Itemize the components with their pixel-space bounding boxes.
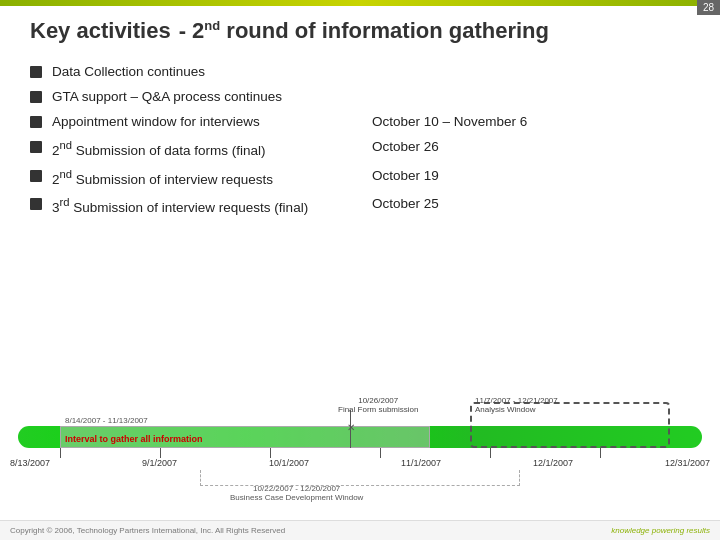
form-marker-x: ✕: [347, 422, 355, 433]
title-sub: - 2nd round of information gathering: [179, 18, 549, 44]
date-label: 12/1/2007: [533, 458, 573, 468]
bullet-icon: [30, 91, 42, 103]
activity-date: October 25: [372, 196, 439, 211]
list-item: Data Collection continues: [30, 64, 690, 79]
bullet-icon: [30, 170, 42, 182]
bullet-icon: [30, 116, 42, 128]
activities-list: Data Collection continues GTA support – …: [30, 64, 690, 215]
activity-text: Appointment window for interviews: [52, 114, 332, 129]
main-content: Key activities - 2nd round of informatio…: [0, 6, 720, 215]
title-main: Key activities: [30, 18, 171, 44]
footer: Copyright © 2006, Technology Partners In…: [0, 520, 720, 540]
activity-date: October 26: [372, 139, 439, 154]
page-title: Key activities - 2nd round of informatio…: [30, 18, 690, 44]
interval-label: Interval to gather all information: [65, 434, 203, 444]
activity-text: 2nd Submission of interview requests: [52, 168, 332, 187]
activity-text: GTA support – Q&A process continues: [52, 89, 332, 104]
list-item: Appointment window for interviews Octobe…: [30, 114, 690, 129]
date-label: 8/13/2007: [10, 458, 50, 468]
interval-label-top: 8/14/2007 - 11/13/2007: [65, 416, 148, 425]
footer-brand: knowledge powering results: [611, 526, 710, 535]
tick-mark: [380, 448, 381, 458]
list-item: GTA support – Q&A process continues: [30, 89, 690, 104]
tick-mark: [60, 448, 61, 458]
timeline-container: 8/14/2007 - 11/13/2007 Interval to gathe…: [0, 388, 720, 518]
activity-date: October 10 – November 6: [372, 114, 527, 129]
list-item: 2nd Submission of data forms (final) Oct…: [30, 139, 690, 158]
date-labels-row: 8/13/2007 9/1/2007 10/1/2007 11/1/2007 1…: [0, 458, 720, 468]
tick-mark: [160, 448, 161, 458]
activity-text: 2nd Submission of data forms (final): [52, 139, 332, 158]
date-label: 9/1/2007: [142, 458, 177, 468]
page-number: 28: [697, 0, 720, 15]
bullet-icon: [30, 141, 42, 153]
activity-date: October 19: [372, 168, 439, 183]
list-item: 3rd Submission of interview requests (fi…: [30, 196, 690, 215]
biz-case-label: 10/22/2007 - 12/20/2007Business Case Dev…: [230, 484, 363, 502]
title-rest: round of information gathering: [226, 18, 549, 43]
list-item: 2nd Submission of interview requests Oct…: [30, 168, 690, 187]
footer-copyright: Copyright © 2006, Technology Partners In…: [10, 526, 285, 535]
date-label: 11/1/2007: [401, 458, 441, 468]
tick-mark: [600, 448, 601, 458]
bullet-icon: [30, 198, 42, 210]
bullet-icon: [30, 66, 42, 78]
date-label: 12/31/2007: [665, 458, 710, 468]
activity-text: Data Collection continues: [52, 64, 332, 79]
date-label: 10/1/2007: [269, 458, 309, 468]
analysis-window-label: 11/7/2007 - 12/21/2007Analysis Window: [475, 396, 558, 414]
activity-text: 3rd Submission of interview requests (fi…: [52, 196, 332, 215]
tick-mark: [270, 448, 271, 458]
form-submission-marker: 10/26/2007Final Form submission: [338, 396, 418, 414]
title-sup: nd: [204, 18, 220, 33]
timeline-section: 8/14/2007 - 11/13/2007 Interval to gathe…: [0, 388, 720, 518]
tick-mark: [490, 448, 491, 458]
